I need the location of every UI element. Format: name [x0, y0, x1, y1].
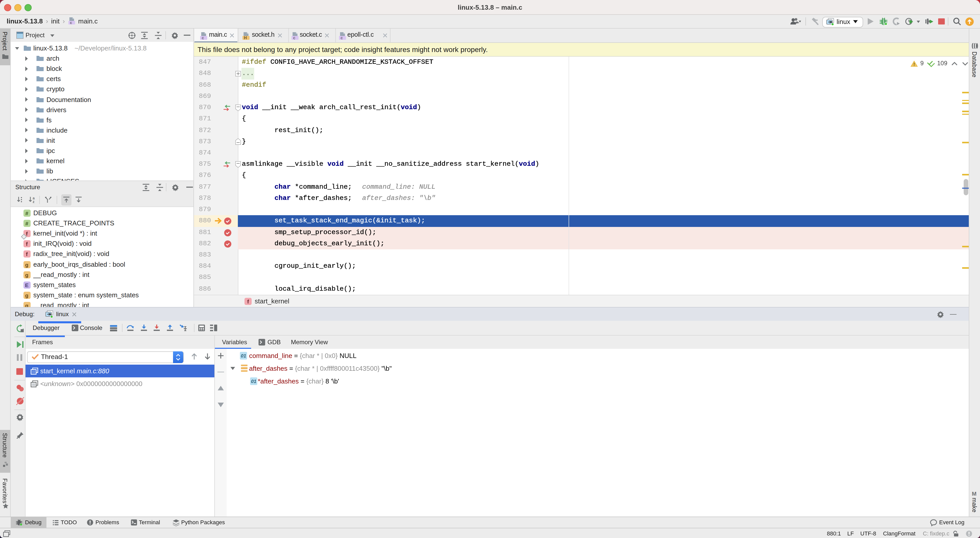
svg-text:H: H	[244, 35, 247, 40]
svg-text:c: c	[293, 35, 296, 40]
svg-text:c: c	[341, 35, 343, 40]
svg-text:c: c	[202, 35, 204, 40]
svg-text:c: c	[70, 21, 72, 25]
svg-text:z: z	[33, 200, 35, 203]
